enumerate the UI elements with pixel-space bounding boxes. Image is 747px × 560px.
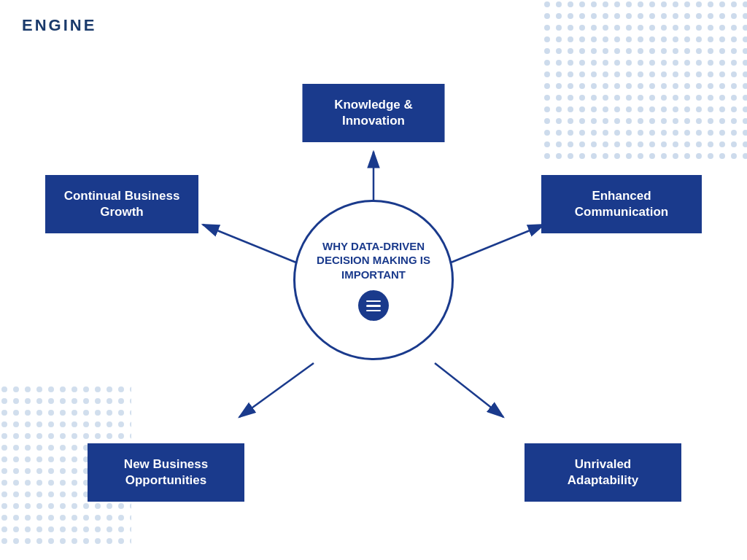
center-icon <box>358 290 389 321</box>
svg-line-7 <box>203 225 296 262</box>
center-circle: WHY DATA-DRIVEN DECISION MAKING IS IMPOR… <box>293 200 454 360</box>
svg-line-10 <box>435 363 503 417</box>
box-enhanced-communication: Enhanced Communication <box>541 175 702 233</box>
box-new-business-opportunities: New Business Opportunities <box>88 443 244 502</box>
box-unrivaled-adaptability: Unrivaled Adaptability <box>525 443 681 502</box>
svg-line-9 <box>239 363 314 417</box>
center-title: WHY DATA-DRIVEN DECISION MAKING IS IMPOR… <box>295 239 452 282</box>
dots-decoration-top-right <box>543 0 747 160</box>
box-continual-business-growth: Continual Business Growth <box>45 175 198 233</box>
svg-rect-1 <box>543 0 747 160</box>
svg-line-8 <box>451 225 544 262</box>
logo: ENGINE <box>22 16 96 35</box>
box-knowledge-innovation: Knowledge & Innovation <box>303 84 445 142</box>
